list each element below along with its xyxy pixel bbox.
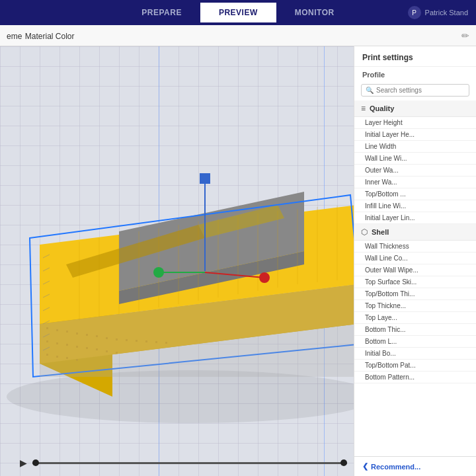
setting-top-bottom-thickness[interactable]: Top/Bottom Thi...	[354, 288, 476, 300]
svg-point-54	[259, 272, 270, 283]
setting-bottom-thickness[interactable]: Bottom Thic...	[354, 324, 476, 336]
search-icon: 🔍	[366, 87, 374, 94]
breadcrumb-current: Material Color	[25, 32, 75, 41]
3d-viewport[interactable]: ▶	[0, 46, 354, 476]
top-navigation: PREPARE PREVIEW MONITOR P Patrick Stand	[0, 0, 476, 25]
tab-prepare[interactable]: PREPARE	[123, 3, 200, 22]
breadcrumb: eme Material Color	[7, 30, 75, 42]
setting-outer-wall-wipe[interactable]: Outer Wall Wipe...	[354, 264, 476, 276]
setting-initial-layer-line[interactable]: Initial Layer Lin...	[354, 212, 476, 224]
quality-icon: ≡	[361, 104, 366, 113]
setting-wall-line-count[interactable]: Wall Line Co...	[354, 253, 476, 264]
settings-list: ≡ Quality Layer Height Initial Layer He.…	[354, 100, 476, 456]
section-header-quality[interactable]: ≡ Quality	[354, 100, 476, 117]
svg-point-52	[153, 267, 164, 278]
setting-top-thickness[interactable]: Top Thickne...	[354, 300, 476, 312]
3d-model	[0, 46, 354, 430]
main-area: ▶ Print settings Profile 🔍 ≡ Quality Lay…	[0, 46, 476, 476]
setting-infill-line-width[interactable]: Infill Line Wi...	[354, 200, 476, 212]
search-input[interactable]	[376, 87, 465, 94]
layer-slider[interactable]: ▶	[20, 456, 347, 469]
setting-top-surface-skin[interactable]: Top Surface Ski...	[354, 276, 476, 288]
svg-rect-50	[200, 173, 210, 184]
breadcrumb-prefix: eme	[7, 32, 22, 41]
play-button[interactable]: ▶	[20, 457, 27, 468]
setting-layer-height[interactable]: Layer Height	[354, 117, 476, 129]
profile-label: Profile	[354, 67, 476, 81]
recommend-button[interactable]: ❮ Recommend...	[354, 456, 476, 476]
setting-bottom-layers[interactable]: Bottom L...	[354, 336, 476, 348]
panel-title: Print settings	[354, 46, 476, 67]
search-box[interactable]: 🔍	[361, 84, 469, 97]
breadcrumb-bar: eme Material Color ✏	[0, 25, 476, 46]
setting-wall-line-width[interactable]: Wall Line Wi...	[354, 153, 476, 165]
slider-track[interactable]	[32, 462, 347, 464]
tab-monitor[interactable]: MONITOR	[276, 3, 353, 22]
section-title-quality: Quality	[370, 104, 394, 112]
shell-icon: ⬡	[361, 227, 368, 237]
slider-thumb-right[interactable]	[340, 459, 347, 466]
section-title-shell: Shell	[372, 228, 389, 236]
setting-wall-thickness[interactable]: Wall Thickness	[354, 241, 476, 253]
setting-initial-layer-height[interactable]: Initial Layer He...	[354, 129, 476, 141]
setting-outer-wall[interactable]: Outer Wa...	[354, 165, 476, 177]
setting-inner-wall[interactable]: Inner Wa...	[354, 177, 476, 188]
user-info: P Patrick Stand	[408, 6, 468, 19]
right-panel: Print settings Profile 🔍 ≡ Quality Layer…	[354, 46, 476, 476]
user-name: Patrick Stand	[425, 9, 468, 17]
setting-initial-bottom[interactable]: Initial Bo...	[354, 348, 476, 360]
section-header-shell[interactable]: ⬡ Shell	[354, 224, 476, 241]
user-avatar: P	[408, 6, 421, 19]
setting-top-layers[interactable]: Top Laye...	[354, 312, 476, 324]
svg-point-0	[7, 370, 354, 423]
tab-preview[interactable]: PREVIEW	[200, 3, 276, 22]
slider-thumb-left[interactable]	[32, 459, 39, 466]
setting-top-bottom[interactable]: Top/Bottom ...	[354, 188, 476, 200]
edit-icon[interactable]: ✏	[461, 30, 469, 41]
chevron-left-icon: ❮	[362, 462, 368, 471]
setting-bottom-pattern[interactable]: Bottom Pattern...	[354, 372, 476, 383]
setting-top-bottom-pattern[interactable]: Top/Bottom Pat...	[354, 360, 476, 372]
setting-line-width[interactable]: Line Width	[354, 141, 476, 153]
recommend-label: Recommend...	[371, 463, 420, 471]
